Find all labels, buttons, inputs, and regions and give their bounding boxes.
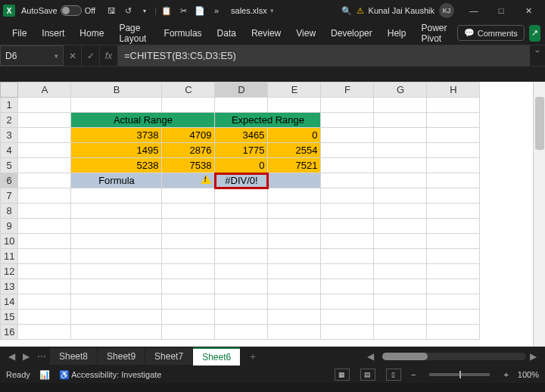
copy-icon[interactable]: 📄 (194, 5, 206, 17)
row-16[interactable]: 16 (1, 325, 18, 340)
cancel-formula-icon[interactable]: ✕ (64, 45, 82, 66)
col-H[interactable]: H (427, 82, 480, 98)
filename-dropdown-icon[interactable]: ▾ (270, 7, 274, 14)
zoom-slider[interactable] (429, 373, 490, 376)
row-8[interactable]: 8 (1, 204, 18, 219)
tab-nav-more-icon[interactable]: ⋯ (33, 351, 50, 362)
zoom-level[interactable]: 100% (518, 370, 539, 379)
col-G[interactable]: G (374, 82, 427, 98)
row-3[interactable]: 3 (1, 128, 18, 143)
vertical-scroll-thumb[interactable] (535, 97, 544, 150)
close-button[interactable]: ✕ (515, 0, 542, 21)
row-5[interactable]: 5 (1, 158, 18, 173)
row-7[interactable]: 7 (1, 188, 18, 204)
tab-formulas[interactable]: Formulas (157, 23, 210, 43)
sheet-tab-sheet9[interactable]: Sheet9 (98, 348, 145, 365)
add-sheet-button[interactable]: ＋ (241, 350, 265, 363)
cell-C3[interactable]: 4709 (162, 128, 215, 143)
page-layout-view-button[interactable]: ▤ (360, 369, 375, 381)
col-A[interactable]: A (18, 82, 71, 98)
hscroll-left-icon[interactable]: ◀ (363, 351, 378, 362)
cell-E6[interactable] (268, 173, 321, 188)
col-C[interactable]: C (162, 82, 215, 98)
tab-insert[interactable]: Insert (34, 23, 72, 43)
zoom-out-button[interactable]: − (411, 370, 416, 379)
hscroll-right-icon[interactable]: ▶ (526, 351, 540, 362)
row-6[interactable]: 6 (1, 173, 18, 188)
sheet-tab-sheet7[interactable]: Sheet7 (145, 348, 192, 365)
row-12[interactable]: 12 (1, 264, 18, 279)
maximize-button[interactable]: □ (487, 0, 515, 21)
cell-C6[interactable] (162, 173, 215, 188)
col-D[interactable]: D (215, 82, 268, 98)
normal-view-button[interactable]: ▦ (335, 369, 350, 381)
formula-input[interactable] (118, 45, 530, 66)
user-account[interactable]: ⚠ Kunal Jai Kaushik KJ (357, 3, 454, 18)
toggle-switch[interactable] (61, 5, 82, 16)
tab-nav-next-icon[interactable]: ▶ (19, 351, 33, 362)
cell-D3[interactable]: 3465 (215, 128, 268, 143)
col-B[interactable]: B (71, 82, 162, 98)
select-all-corner[interactable] (1, 82, 18, 98)
error-warning-icon[interactable] (201, 175, 211, 184)
share-button[interactable]: ↗ (529, 25, 540, 42)
search-icon[interactable]: 🔍 (339, 5, 354, 17)
cell-E3[interactable]: 0 (268, 128, 321, 143)
save-icon[interactable]: 🖫 (105, 5, 117, 17)
row-9[interactable]: 9 (1, 219, 18, 234)
namebox-dropdown-icon[interactable]: ▾ (54, 52, 58, 60)
paste-icon[interactable]: 📋 (160, 5, 173, 17)
comments-button[interactable]: 💬 Comments (457, 25, 525, 41)
name-box[interactable]: D6 ▾ (0, 45, 64, 66)
autosave-toggle[interactable]: AutoSave Off (21, 5, 95, 16)
row-13[interactable]: 13 (1, 279, 18, 294)
tab-page-layout[interactable]: Page Layout (111, 18, 156, 48)
row-11[interactable]: 11 (1, 249, 18, 264)
horizontal-scrollbar[interactable] (382, 353, 526, 360)
tab-nav-prev-icon[interactable]: ◀ (5, 351, 19, 362)
accessibility-status[interactable]: ♿ Accessibility: Investigate (59, 370, 162, 380)
accept-formula-icon[interactable]: ✓ (82, 45, 100, 66)
cell-B5[interactable]: 5238 (71, 158, 162, 173)
expand-formula-bar-icon[interactable]: ˇ (530, 45, 545, 66)
grid[interactable]: A B C D E F G H 1 2 Actual Range Expecte… (0, 82, 480, 340)
tab-developer[interactable]: Developer (323, 23, 380, 43)
row-1[interactable]: 1 (1, 98, 18, 113)
redo-dropdown-icon[interactable]: ▾ (139, 5, 151, 17)
page-break-view-button[interactable]: ▯ (386, 369, 401, 381)
cell-E4[interactable]: 2554 (268, 143, 321, 158)
tab-file[interactable]: File (5, 23, 34, 43)
cell-C5[interactable]: 7538 (162, 158, 215, 173)
tab-data[interactable]: Data (210, 23, 244, 43)
vertical-scrollbar[interactable] (533, 82, 545, 347)
row-15[interactable]: 15 (1, 310, 18, 325)
more-qat-icon[interactable]: » (210, 5, 223, 17)
col-E[interactable]: E (268, 82, 321, 98)
cut-icon[interactable]: ✂ (177, 5, 189, 17)
sheet-tab-sheet8[interactable]: Sheet8 (50, 348, 97, 365)
tab-home[interactable]: Home (72, 23, 111, 43)
cell-C4[interactable]: 2876 (162, 143, 215, 158)
row-2[interactable]: 2 (1, 113, 18, 128)
tab-view[interactable]: View (288, 23, 323, 43)
zoom-in-button[interactable]: + (503, 370, 508, 379)
cell-B3[interactable]: 3738 (71, 128, 162, 143)
tab-review[interactable]: Review (244, 23, 288, 43)
horizontal-scroll-thumb[interactable] (382, 353, 428, 360)
cell-D4[interactable]: 1775 (215, 143, 268, 158)
row-14[interactable]: 14 (1, 294, 18, 310)
worksheet-area[interactable]: A B C D E F G H 1 2 Actual Range Expecte… (0, 82, 545, 347)
sheet-tab-sheet6[interactable]: Sheet6 (193, 347, 240, 366)
cell-D5[interactable]: 0 (215, 158, 268, 173)
filename-area[interactable]: sales.xlsx ▾ (231, 6, 274, 15)
tab-power-pivot[interactable]: Power Pivot (413, 18, 456, 48)
header-actual[interactable]: Actual Range (71, 113, 215, 128)
cell-E5[interactable]: 7521 (268, 158, 321, 173)
cell-D6[interactable]: #DIV/0! (215, 173, 268, 188)
cell-B6[interactable]: Formula (71, 173, 162, 188)
tab-help[interactable]: Help (380, 23, 414, 43)
minimize-button[interactable]: — (460, 0, 487, 21)
header-expected[interactable]: Expected Range (215, 113, 321, 128)
col-F[interactable]: F (321, 82, 374, 98)
row-4[interactable]: 4 (1, 143, 18, 158)
